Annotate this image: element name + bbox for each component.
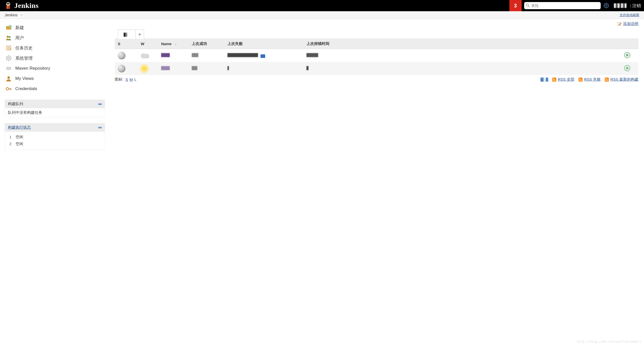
status-ball-icon	[118, 52, 125, 59]
queue-empty-text: 队列中没有构建任务	[8, 110, 42, 115]
nav-label: 系统管理	[15, 55, 33, 61]
add-description-link[interactable]: 添加说明	[623, 21, 638, 26]
svg-line-7	[528, 6, 530, 7]
tab-all[interactable]	[118, 30, 136, 39]
svg-rect-1	[7, 3, 10, 4]
build-queue-widget: 构建队列 队列中没有构建任务	[5, 100, 105, 117]
svg-point-5	[9, 4, 9, 5]
breadcrumb-bar: Jenkins ▸ 允许自动刷新	[0, 11, 644, 19]
sidebar: 新建 用户 任务历史 系统管理 Maven Repository	[0, 19, 105, 155]
collapse-icon[interactable]	[98, 127, 102, 128]
header: Jenkins 3 ? |注销	[0, 0, 644, 11]
search-input[interactable]	[524, 2, 601, 9]
user-icon	[6, 76, 12, 82]
nav-label: My Views	[15, 76, 34, 81]
table-row	[115, 62, 638, 75]
table-row	[115, 49, 638, 62]
notification-badge[interactable]: 3	[509, 0, 522, 11]
nav-credentials[interactable]: Credentials	[5, 84, 105, 94]
user-name[interactable]	[614, 3, 627, 8]
icon-size-label: 图标:	[115, 77, 123, 82]
col-build	[621, 39, 638, 49]
rss-failed[interactable]: RSS 失败	[578, 77, 601, 82]
executor-status: 空闲	[16, 142, 23, 146]
logo[interactable]: Jenkins	[5, 1, 38, 10]
executor-row: 2 空闲	[8, 141, 102, 147]
rss-all[interactable]: RSS 全部	[552, 77, 574, 82]
nav-people[interactable]: 用户	[5, 33, 105, 43]
col-weather[interactable]: W	[138, 39, 158, 49]
last-duration	[303, 49, 621, 62]
nav-my-views[interactable]: My Views	[5, 73, 105, 84]
svg-point-30	[7, 67, 11, 68]
nav-build-history[interactable]: 任务历史	[5, 43, 105, 53]
main-panel: 添加说明 + S W Name ↓ 上次成功 上次失败 上次持续时间	[105, 19, 644, 155]
widget-header: 构建执行状态	[5, 123, 105, 132]
history-icon	[6, 45, 12, 51]
executor-number: 2	[8, 142, 11, 146]
svg-point-4	[7, 4, 8, 5]
col-status[interactable]: S	[115, 39, 138, 49]
last-duration	[303, 62, 621, 75]
people-icon	[6, 35, 12, 41]
icon-size-m[interactable]: M	[130, 77, 133, 82]
svg-point-13	[7, 36, 9, 38]
executor-row: 1 空闲	[8, 134, 102, 141]
chevron-right-icon: ▸	[21, 13, 23, 17]
legend-link[interactable]	[540, 78, 548, 82]
auto-refresh-link[interactable]: 允许自动刷新	[620, 13, 639, 17]
executor-status: 空闲	[16, 135, 23, 140]
icon-size-selector: 图标: S M L	[115, 77, 136, 82]
col-last-duration[interactable]: 上次持续时间	[303, 39, 621, 49]
job-name[interactable]	[158, 62, 189, 75]
col-name[interactable]: Name ↓	[158, 39, 189, 49]
executors-widget: 构建执行状态 1 空闲 2 空闲	[5, 123, 105, 150]
new-item-icon	[6, 24, 12, 31]
svg-point-6	[526, 4, 529, 6]
weather-cloudy-icon	[141, 53, 149, 58]
gear-icon	[6, 55, 12, 61]
svg-point-33	[6, 88, 9, 90]
jobs-table: S W Name ↓ 上次成功 上次失败 上次持续时间	[115, 39, 638, 75]
nav-label: 任务历史	[15, 45, 33, 51]
col-last-success[interactable]: 上次成功	[189, 39, 224, 49]
nav-label: Credentials	[15, 86, 37, 91]
svg-point-31	[10, 69, 10, 69]
nav-label: Maven Repository	[15, 66, 50, 71]
edit-icon	[617, 22, 622, 26]
last-success	[189, 62, 224, 75]
executors-body: 1 空闲 2 空闲	[5, 132, 105, 150]
search-icon	[526, 3, 530, 7]
collapse-icon[interactable]	[98, 103, 102, 105]
view-tabs: +	[118, 27, 638, 39]
rss-icon	[605, 78, 609, 82]
col-last-failure[interactable]: 上次失败	[224, 39, 303, 49]
tab-new-view[interactable]: +	[135, 30, 144, 39]
nav-maven-repo[interactable]: Maven Repository	[5, 63, 105, 73]
build-now-icon[interactable]	[624, 68, 631, 72]
breadcrumb[interactable]: Jenkins	[5, 13, 18, 17]
icon-size-l: L	[134, 77, 136, 82]
last-success	[189, 49, 224, 62]
executor-number: 1	[8, 135, 11, 140]
svg-point-14	[9, 36, 11, 38]
svg-rect-3	[7, 6, 8, 9]
build-link[interactable]	[261, 54, 265, 58]
help-icon[interactable]: ?	[604, 3, 609, 8]
nav-new-item[interactable]: 新建	[5, 22, 105, 33]
logout-link[interactable]: |注销	[630, 3, 641, 9]
svg-line-27	[10, 56, 11, 57]
brand-title: Jenkins	[14, 2, 38, 10]
last-failure	[224, 62, 303, 75]
nav-label: 新建	[15, 25, 24, 31]
svg-line-24	[7, 56, 7, 57]
rss-latest[interactable]: RSS 最新的构建	[605, 77, 638, 82]
status-ball-icon	[118, 65, 125, 72]
svg-line-26	[7, 59, 7, 60]
icon-size-s[interactable]: S	[125, 77, 128, 82]
job-name[interactable]	[158, 49, 189, 62]
build-now-icon[interactable]	[624, 55, 631, 59]
nav-manage[interactable]: 系统管理	[5, 53, 105, 63]
svg-line-25	[10, 59, 11, 60]
widget-title-link[interactable]: 构建执行状态	[8, 125, 31, 130]
